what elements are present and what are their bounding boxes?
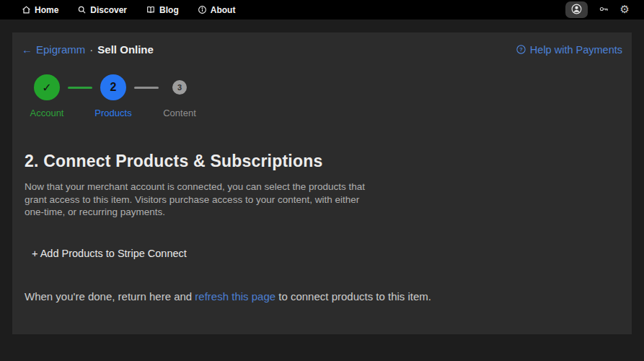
search-icon	[77, 5, 87, 14]
back-arrow-icon: ←	[22, 43, 32, 56]
nav-about[interactable]: About	[198, 5, 236, 15]
sell-online-panel: ← Epigramm · Sell Online ? Help with Pay…	[12, 32, 632, 334]
breadcrumb: ← Epigramm · Sell Online	[22, 43, 154, 56]
svg-text:?: ?	[519, 46, 523, 53]
step-content-circle-slot: 3	[172, 74, 187, 100]
step-content-label: Content	[163, 108, 196, 118]
step-products-circle-slot: 2	[100, 74, 126, 100]
account-button[interactable]	[565, 1, 588, 18]
step-account-circle: ✓	[34, 74, 60, 100]
connector-account-products	[68, 87, 92, 89]
step-account-circle-slot: ✓	[34, 74, 60, 100]
account-icon	[570, 3, 583, 17]
nav-discover-label: Discover	[90, 5, 127, 15]
stepper: ✓ Account 2 Products 3 Content	[26, 74, 622, 118]
footer-note-suffix: to connect products to this item.	[275, 290, 431, 303]
step-account-label: Account	[30, 108, 64, 118]
help-payments-label: Help with Payments	[530, 44, 622, 56]
breadcrumb-separator: ·	[89, 43, 93, 56]
step-content-circle: 3	[172, 80, 187, 95]
step-products-label: Products	[94, 108, 131, 118]
step-account[interactable]: ✓ Account	[26, 74, 68, 118]
page-title: Sell Online	[97, 43, 154, 56]
book-icon	[146, 5, 156, 14]
panel-header: ← Epigramm · Sell Online ? Help with Pay…	[22, 43, 622, 56]
connector-products-content	[134, 87, 159, 89]
topbar-actions: ⚙	[565, 1, 630, 18]
key-button[interactable]	[598, 4, 610, 17]
page-background: ← Epigramm · Sell Online ? Help with Pay…	[0, 19, 644, 334]
section-heading: 2. Connect Products & Subscriptions	[25, 152, 622, 171]
footer-note: When you're done, return here and refres…	[25, 290, 622, 303]
step-content[interactable]: 3 Content	[159, 74, 200, 118]
nav-home[interactable]: Home	[22, 5, 58, 15]
step-products-circle: 2	[100, 74, 126, 100]
footer-note-prefix: When you're done, return here and	[25, 290, 195, 303]
info-icon	[198, 5, 207, 14]
add-products-link[interactable]: + Add Products to Stripe Connect	[32, 248, 187, 259]
step-products[interactable]: 2 Products	[92, 74, 134, 118]
nav-about-label: About	[211, 5, 236, 15]
nav-discover[interactable]: Discover	[77, 5, 127, 15]
main-nav: Home Discover Blog	[22, 5, 235, 15]
back-link[interactable]: ← Epigramm	[22, 43, 85, 56]
gear-icon: ⚙	[620, 4, 630, 15]
question-icon: ?	[516, 44, 526, 55]
topbar: Home Discover Blog	[0, 0, 644, 19]
nav-blog[interactable]: Blog	[146, 5, 179, 15]
settings-button[interactable]: ⚙	[620, 4, 630, 15]
nav-blog-label: Blog	[159, 5, 179, 15]
nav-home-label: Home	[35, 5, 58, 15]
step-content-area: 2. Connect Products & Subscriptions Now …	[22, 152, 622, 303]
breadcrumb-site: Epigramm	[36, 43, 85, 56]
key-icon	[598, 4, 610, 17]
section-description: Now that your merchant account is connec…	[25, 180, 365, 219]
help-payments-link[interactable]: ? Help with Payments	[516, 44, 622, 56]
refresh-page-link[interactable]: refresh this page	[195, 290, 275, 303]
home-icon	[22, 5, 31, 14]
